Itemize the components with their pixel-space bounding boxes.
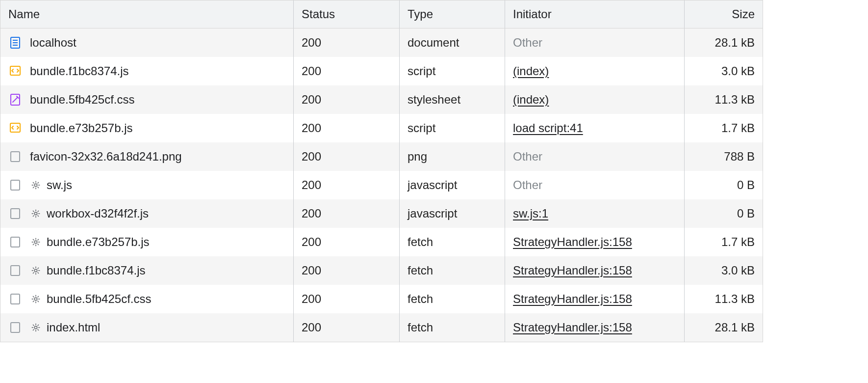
table-row[interactable]: bundle.5fb425cf.css200stylesheet(index)1… bbox=[0, 85, 763, 114]
cell-size: 788 B bbox=[685, 142, 763, 171]
cell-size: 28.1 kB bbox=[685, 313, 763, 342]
cell-type: document bbox=[400, 28, 505, 57]
cell-initiator[interactable]: sw.js:1 bbox=[505, 199, 685, 228]
cell-size: 28.1 kB bbox=[685, 28, 763, 57]
table-row[interactable]: localhost200documentOther28.1 kB bbox=[0, 28, 763, 57]
cell-name[interactable]: bundle.f1bc8374.js bbox=[0, 57, 294, 85]
cell-name[interactable]: bundle.f1bc8374.js bbox=[0, 256, 294, 285]
cell-status: 200 bbox=[294, 142, 400, 171]
cell-type: script bbox=[400, 57, 505, 85]
initiator-text: Other bbox=[513, 150, 542, 164]
script-file-icon bbox=[8, 64, 22, 78]
cell-name[interactable]: localhost bbox=[0, 28, 294, 57]
table-row[interactable]: bundle.e73b257b.js200scriptload script:4… bbox=[0, 114, 763, 142]
cell-initiator[interactable]: load script:41 bbox=[505, 114, 685, 142]
cell-size: 3.0 kB bbox=[685, 256, 763, 285]
service-worker-gear-icon bbox=[30, 322, 42, 333]
column-header-type[interactable]: Type bbox=[400, 0, 505, 28]
table-row[interactable]: bundle.f1bc8374.js200fetchStrategyHandle… bbox=[0, 256, 763, 285]
column-header-name[interactable]: Name bbox=[0, 0, 294, 28]
cell-name[interactable]: index.html bbox=[0, 313, 294, 342]
cell-initiator[interactable]: StrategyHandler.js:158 bbox=[505, 256, 685, 285]
table-row[interactable]: bundle.f1bc8374.js200script(index)3.0 kB bbox=[0, 57, 763, 85]
table-header-row: Name Status Type Initiator Size bbox=[0, 0, 763, 28]
cell-status: 200 bbox=[294, 199, 400, 228]
generic-file-icon bbox=[8, 235, 22, 249]
cell-initiator[interactable]: (index) bbox=[505, 85, 685, 114]
generic-file-icon bbox=[8, 207, 22, 220]
service-worker-gear-icon bbox=[30, 236, 42, 248]
cell-status: 200 bbox=[294, 57, 400, 85]
cell-type: fetch bbox=[400, 313, 505, 342]
initiator-link[interactable]: (index) bbox=[513, 64, 549, 78]
column-header-size[interactable]: Size bbox=[685, 0, 763, 28]
request-name: bundle.e73b257b.js bbox=[30, 121, 133, 135]
table-row[interactable]: bundle.e73b257b.js200fetchStrategyHandle… bbox=[0, 228, 763, 256]
cell-initiator[interactable]: StrategyHandler.js:158 bbox=[505, 228, 685, 256]
cell-name[interactable]: bundle.e73b257b.js bbox=[0, 228, 294, 256]
table-row[interactable]: index.html200fetchStrategyHandler.js:158… bbox=[0, 313, 763, 342]
initiator-link[interactable]: sw.js:1 bbox=[513, 207, 548, 220]
cell-initiator[interactable]: StrategyHandler.js:158 bbox=[505, 285, 685, 313]
cell-name[interactable]: favicon-32x32.6a18d241.png bbox=[0, 142, 294, 171]
cell-status: 200 bbox=[294, 313, 400, 342]
cell-status: 200 bbox=[294, 256, 400, 285]
column-header-initiator[interactable]: Initiator bbox=[505, 0, 685, 28]
document-file-icon bbox=[8, 36, 22, 50]
generic-file-icon bbox=[8, 321, 22, 334]
cell-status: 200 bbox=[294, 285, 400, 313]
cell-status: 200 bbox=[294, 228, 400, 256]
cell-type: fetch bbox=[400, 228, 505, 256]
cell-status: 200 bbox=[294, 171, 400, 199]
cell-initiator: Other bbox=[505, 171, 685, 199]
request-name: localhost bbox=[30, 36, 77, 50]
cell-status: 200 bbox=[294, 28, 400, 57]
cell-size: 3.0 kB bbox=[685, 57, 763, 85]
generic-file-icon bbox=[8, 178, 22, 192]
generic-file-icon bbox=[8, 150, 22, 164]
cell-name[interactable]: sw.js bbox=[0, 171, 294, 199]
cell-name[interactable]: bundle.5fb425cf.css bbox=[0, 285, 294, 313]
table-row[interactable]: workbox-d32f4f2f.js200javascriptsw.js:10… bbox=[0, 199, 763, 228]
service-worker-gear-icon bbox=[30, 293, 42, 305]
cell-initiator[interactable]: StrategyHandler.js:158 bbox=[505, 313, 685, 342]
service-worker-gear-icon bbox=[30, 179, 42, 191]
cell-type: javascript bbox=[400, 171, 505, 199]
initiator-link[interactable]: StrategyHandler.js:158 bbox=[513, 235, 632, 249]
cell-type: stylesheet bbox=[400, 85, 505, 114]
cell-type: script bbox=[400, 114, 505, 142]
cell-type: javascript bbox=[400, 199, 505, 228]
cell-size: 0 B bbox=[685, 199, 763, 228]
cell-type: png bbox=[400, 142, 505, 171]
initiator-text: Other bbox=[513, 178, 542, 192]
column-header-status[interactable]: Status bbox=[294, 0, 400, 28]
table-row[interactable]: bundle.5fb425cf.css200fetchStrategyHandl… bbox=[0, 285, 763, 313]
cell-size: 0 B bbox=[685, 171, 763, 199]
request-name: bundle.e73b257b.js bbox=[47, 235, 150, 249]
request-name: bundle.5fb425cf.css bbox=[30, 93, 134, 107]
cell-name[interactable]: workbox-d32f4f2f.js bbox=[0, 199, 294, 228]
cell-name[interactable]: bundle.e73b257b.js bbox=[0, 114, 294, 142]
request-name: workbox-d32f4f2f.js bbox=[47, 207, 149, 220]
table-row[interactable]: favicon-32x32.6a18d241.png200pngOther788… bbox=[0, 142, 763, 171]
initiator-text: Other bbox=[513, 36, 542, 50]
request-name: index.html bbox=[47, 321, 100, 334]
initiator-link[interactable]: (index) bbox=[513, 93, 549, 107]
cell-size: 11.3 kB bbox=[685, 285, 763, 313]
stylesheet-file-icon bbox=[8, 93, 22, 107]
initiator-link[interactable]: load script:41 bbox=[513, 121, 583, 135]
table-row[interactable]: sw.js200javascriptOther0 B bbox=[0, 171, 763, 199]
cell-size: 11.3 kB bbox=[685, 85, 763, 114]
cell-name[interactable]: bundle.5fb425cf.css bbox=[0, 85, 294, 114]
initiator-link[interactable]: StrategyHandler.js:158 bbox=[513, 264, 632, 277]
generic-file-icon bbox=[8, 292, 22, 306]
initiator-link[interactable]: StrategyHandler.js:158 bbox=[513, 321, 632, 334]
request-name: bundle.5fb425cf.css bbox=[47, 292, 151, 306]
cell-status: 200 bbox=[294, 85, 400, 114]
initiator-link[interactable]: StrategyHandler.js:158 bbox=[513, 292, 632, 306]
request-name: bundle.f1bc8374.js bbox=[30, 64, 129, 78]
cell-type: fetch bbox=[400, 256, 505, 285]
cell-initiator: Other bbox=[505, 142, 685, 171]
cell-type: fetch bbox=[400, 285, 505, 313]
cell-initiator[interactable]: (index) bbox=[505, 57, 685, 85]
